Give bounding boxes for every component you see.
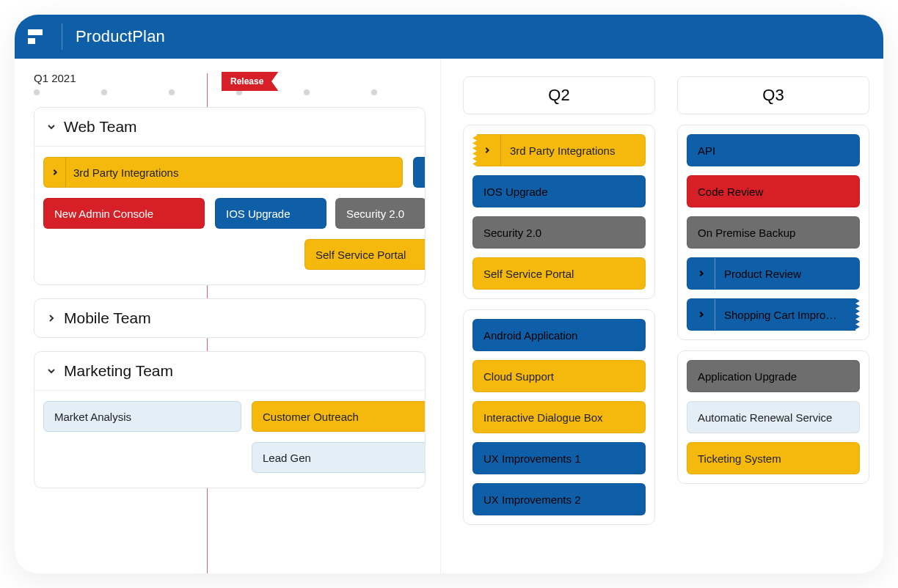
bar-self-service-portal[interactable]: Self Service Portal [304,239,426,270]
card-label: Self Service Portal [483,268,635,280]
bar-label: 3rd Party Integrations [73,166,178,179]
chevron-right-icon [687,299,715,330]
chevron-right-icon [473,135,501,166]
card-label: 3rd Party Integrations [510,144,635,157]
card-product-review[interactable]: Product Review [687,257,860,290]
lane-body-marketing: Market Analysis Customer Outreach Lead G… [34,391,425,488]
timeline-panel: Q1 2021 Release Web Team [15,59,440,573]
card-ios-upgrade[interactable]: IOS Upgrade [472,175,646,207]
chevron-down-icon [46,366,56,376]
card-ticketing-system[interactable]: Ticketing System [687,442,860,474]
bar-collapsed-blue[interactable] [413,157,426,188]
bar-label: IOS Upgrade [226,207,291,220]
card-label: Automatic Renewal Service [698,411,849,424]
card-code-review[interactable]: Code Review [687,175,860,207]
board-group-q2-mobile: Android Application Cloud Support Intera… [463,309,655,525]
lane-title-marketing: Marketing Team [64,362,173,380]
card-label: API [698,144,849,157]
bar-label: Security 2.0 [346,207,404,220]
brand-title: ProductPlan [76,27,165,46]
lane-header-marketing[interactable]: Marketing Team [34,352,425,391]
card-application-upgrade[interactable]: Application Upgrade [687,360,860,392]
topbar: ProductPlan [15,15,883,59]
card-label: IOS Upgrade [483,185,635,198]
card-label: On Premise Backup [698,227,849,239]
bar-label: New Admin Console [54,207,153,220]
column-header-q3: Q3 [677,76,869,114]
card-interactive-dialogue-box[interactable]: Interactive Dialogue Box [472,401,646,433]
lane-web-team: Web Team 3rd Party Integrations [34,107,426,285]
chevron-right-icon [46,313,56,323]
card-android-application[interactable]: Android Application [472,319,646,351]
bar-label: Customer Outreach [263,411,359,423]
bar-customer-outreach[interactable]: Customer Outreach [252,401,426,432]
timeline-label-q1: Q1 2021 [34,72,76,84]
card-api[interactable]: API [687,134,860,166]
card-automatic-renewal-service[interactable]: Automatic Renewal Service [687,401,860,433]
card-label: Android Application [483,329,635,342]
bar-new-admin-console[interactable]: New Admin Console [43,198,205,229]
card-label: Application Upgrade [698,370,849,383]
bar-security-2[interactable]: Security 2.0 [335,198,426,229]
card-label: UX Improvements 1 [483,452,635,465]
chevron-right-icon [44,158,66,187]
bar-label: Market Analysis [54,411,131,423]
card-label: Shopping Cart Impro… [724,309,849,321]
card-label: Code Review [698,185,849,198]
board-group-q3-mobile: Application Upgrade Automatic Renewal Se… [677,350,869,484]
column-header-q2: Q2 [463,76,655,114]
card-label: Cloud Support [483,370,635,383]
release-marker[interactable]: Release [222,72,278,91]
bar-label: Lead Gen [263,452,311,464]
board-column-q3: Q3 API Code Review On Premise Backup [677,76,869,573]
lane-marketing-team: Marketing Team Market Analysis Customer … [34,351,426,488]
card-on-premise-backup[interactable]: On Premise Backup [687,216,860,249]
card-ux-improvements-1[interactable]: UX Improvements 1 [472,442,646,474]
board-column-q2: Q2 3rd Party Integrations IOS Upgrade Se… [463,76,655,573]
card-cloud-support[interactable]: Cloud Support [472,360,646,392]
board-panel: Q2 3rd Party Integrations IOS Upgrade Se… [440,59,883,573]
chevron-right-icon [425,167,426,177]
card-self-service-portal[interactable]: Self Service Portal [472,257,646,290]
card-shopping-cart-improvements[interactable]: Shopping Cart Impro… [687,298,860,331]
card-3rd-party-integrations[interactable]: 3rd Party Integrations [472,134,646,166]
bar-market-analysis[interactable]: Market Analysis [43,401,241,432]
card-label: UX Improvements 2 [483,493,635,506]
card-security-2[interactable]: Security 2.0 [472,216,646,249]
bar-3rd-party-integrations[interactable]: 3rd Party Integrations [43,157,403,188]
board-group-q3-web: API Code Review On Premise Backup Produc… [677,125,869,340]
lane-mobile-team: Mobile Team [34,298,426,338]
bar-lead-gen[interactable]: Lead Gen [252,442,426,473]
board-group-q2-web: 3rd Party Integrations IOS Upgrade Secur… [463,125,655,299]
bar-label: Self Service Portal [315,249,406,261]
card-label: Product Review [724,268,849,280]
chevron-right-icon [687,258,715,289]
main-split: Q1 2021 Release Web Team [15,59,883,573]
lane-title-web: Web Team [64,118,137,136]
logo-divider [62,23,62,50]
card-ux-improvements-2[interactable]: UX Improvements 2 [472,483,646,515]
timeline-header: Q1 2021 Release [34,72,440,98]
bar-ios-upgrade[interactable]: IOS Upgrade [215,198,326,229]
app-window: ProductPlan Q1 2021 Release Web Team [15,15,883,573]
lane-body-web: 3rd Party Integrations New Admin Console [34,147,425,284]
chevron-down-icon [46,122,56,132]
card-label: Security 2.0 [483,227,635,239]
card-label: Ticketing System [698,452,849,465]
lane-header-web[interactable]: Web Team [34,108,425,147]
logo-icon [28,26,48,47]
lane-header-mobile[interactable]: Mobile Team [34,299,425,337]
card-label: Interactive Dialogue Box [483,411,635,424]
lane-title-mobile: Mobile Team [64,309,151,327]
